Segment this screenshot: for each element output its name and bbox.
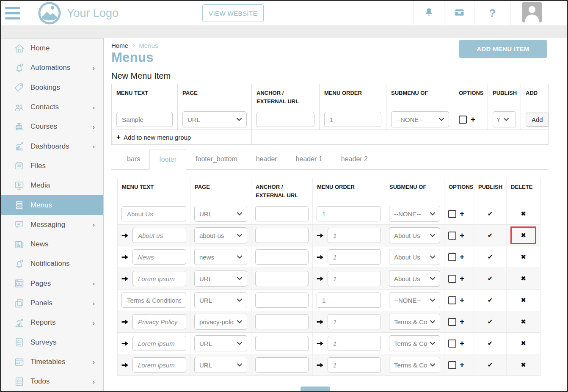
menu-order-input[interactable]	[328, 357, 381, 373]
menu-text-input[interactable]	[121, 206, 186, 221]
anchor-url-input[interactable]	[255, 314, 309, 329]
menu-text-input[interactable]	[132, 314, 186, 329]
hamburger-menu-icon[interactable]	[5, 7, 20, 19]
anchor-url-input[interactable]	[255, 357, 309, 373]
options-checkbox[interactable]	[448, 253, 456, 261]
menu-order-input[interactable]	[328, 336, 381, 351]
sidebar-item-courses[interactable]: Courses›	[1, 117, 103, 136]
options-checkbox[interactable]	[448, 340, 456, 348]
menu-order-input[interactable]	[317, 293, 381, 308]
menu-text-input[interactable]	[121, 293, 186, 308]
delete-x-icon[interactable]: ✖	[521, 232, 526, 239]
inbox-button[interactable]	[444, 1, 474, 25]
options-checkbox[interactable]	[448, 318, 456, 326]
menu-text-input[interactable]	[132, 336, 186, 351]
tab-header[interactable]: header	[247, 149, 287, 169]
menu-text-input[interactable]	[132, 228, 186, 243]
sidebar-item-menus[interactable]: Menus	[1, 195, 103, 215]
sidebar-item-pages[interactable]: Pages›	[1, 274, 103, 293]
options-checkbox[interactable]	[448, 275, 456, 283]
sidebar-item-bookings[interactable]: Bookings	[1, 78, 103, 97]
menu-order-input[interactable]	[328, 228, 381, 243]
view-website-button[interactable]: VIEW WEBSITE	[202, 4, 264, 22]
options-checkbox[interactable]	[448, 296, 456, 304]
sidebar-item-messaging[interactable]: Messaging›	[1, 215, 103, 235]
menu-text-input[interactable]	[132, 357, 186, 373]
anchor-url-input[interactable]	[255, 206, 309, 221]
delete-x-icon[interactable]: ✖	[521, 296, 526, 304]
sidebar-item-home[interactable]: Home	[1, 39, 103, 58]
delete-x-icon[interactable]: ✖	[521, 318, 526, 326]
sidebar-item-dashboards[interactable]: Dashboards›	[1, 136, 103, 156]
menu-text-input[interactable]	[132, 249, 186, 265]
help-button[interactable]: ?	[474, 1, 510, 25]
options-plus-icon[interactable]: +	[471, 115, 475, 124]
publish-check-icon[interactable]: ✔	[488, 318, 493, 326]
sidebar-item-reports[interactable]: Reports›	[1, 313, 103, 332]
breadcrumb-home-link[interactable]: Home	[111, 42, 128, 49]
options-plus-icon[interactable]: +	[460, 274, 464, 283]
anchor-url-input[interactable]	[255, 249, 309, 265]
page-select[interactable]: privacy-policy	[194, 314, 247, 330]
page-select[interactable]: URL	[194, 357, 247, 373]
save-button[interactable]: Save	[301, 386, 330, 391]
menu-order-input[interactable]	[317, 206, 381, 221]
page-select[interactable]: URL	[194, 292, 247, 308]
new-publish-select[interactable]: Y	[493, 111, 516, 127]
sidebar-item-files[interactable]: Files	[1, 156, 103, 176]
sidebar-item-notifications[interactable]: Notifications	[1, 254, 103, 273]
tab-header-1[interactable]: header 1	[287, 149, 332, 169]
page-select[interactable]: URL	[194, 335, 247, 351]
new-options-checkbox[interactable]	[459, 116, 467, 124]
delete-x-icon[interactable]: ✖	[521, 361, 526, 369]
sidebar-item-timetables[interactable]: Timetables›	[1, 352, 103, 372]
new-menu-text-input[interactable]	[116, 112, 173, 127]
anchor-url-input[interactable]	[255, 228, 309, 243]
sidebar-item-todos[interactable]: Todos›	[1, 372, 103, 391]
publish-check-icon[interactable]: ✔	[488, 361, 493, 369]
submenu-of-select[interactable]: Terms & Conditions	[389, 335, 440, 351]
add-menu-item-button[interactable]: ADD MENU ITEM	[459, 40, 547, 58]
options-checkbox[interactable]	[448, 361, 456, 369]
submenu-of-select[interactable]: About Us	[389, 271, 440, 287]
publish-check-icon[interactable]: ✔	[488, 232, 493, 239]
sidebar-item-news[interactable]: News	[1, 235, 103, 254]
add-to-new-menu-group-link[interactable]: + Add to new menu group	[112, 130, 251, 144]
anchor-url-input[interactable]	[255, 271, 309, 286]
new-submenu-of-select[interactable]: --NONE--	[391, 111, 449, 127]
anchor-url-input[interactable]	[255, 336, 309, 351]
delete-x-icon[interactable]: ✖	[521, 210, 526, 218]
sidebar-item-panels[interactable]: Panels›	[1, 293, 103, 313]
menu-order-input[interactable]	[328, 314, 381, 329]
menu-order-input[interactable]	[328, 249, 381, 265]
options-plus-icon[interactable]: +	[460, 209, 464, 218]
publish-check-icon[interactable]: ✔	[488, 296, 493, 304]
submenu-of-select[interactable]: --NONE--	[389, 206, 440, 222]
publish-check-icon[interactable]: ✔	[488, 275, 493, 282]
options-plus-icon[interactable]: +	[460, 295, 464, 305]
options-plus-icon[interactable]: +	[460, 339, 464, 348]
anchor-url-input[interactable]	[255, 293, 309, 308]
page-select[interactable]: news	[194, 249, 247, 265]
delete-x-icon[interactable]: ✖	[521, 253, 526, 261]
submenu-of-select[interactable]: About Us	[389, 249, 440, 265]
options-plus-icon[interactable]: +	[460, 317, 464, 326]
user-menu[interactable]	[510, 1, 567, 25]
new-page-select[interactable]: URL	[182, 111, 247, 127]
publish-check-icon[interactable]: ✔	[488, 253, 493, 261]
tab-bars[interactable]: bars	[118, 149, 149, 169]
delete-x-icon[interactable]: ✖	[521, 340, 526, 347]
options-plus-icon[interactable]: +	[460, 360, 464, 370]
publish-check-icon[interactable]: ✔	[488, 340, 493, 347]
notifications-bell-button[interactable]	[414, 1, 444, 25]
tab-footer[interactable]: footer	[149, 149, 186, 170]
page-select[interactable]: URL	[194, 271, 247, 287]
page-select[interactable]: about-us	[194, 227, 247, 243]
add-row-button[interactable]: Add	[526, 113, 549, 127]
tab-footer-bottom[interactable]: footer_bottom	[186, 149, 247, 169]
menu-order-input[interactable]	[328, 271, 381, 286]
options-checkbox[interactable]	[448, 210, 456, 218]
tab-header-2[interactable]: header 2	[332, 149, 377, 169]
sidebar-item-contacts[interactable]: Contacts›	[1, 97, 103, 117]
submenu-of-select[interactable]: --NONE--	[389, 292, 440, 308]
